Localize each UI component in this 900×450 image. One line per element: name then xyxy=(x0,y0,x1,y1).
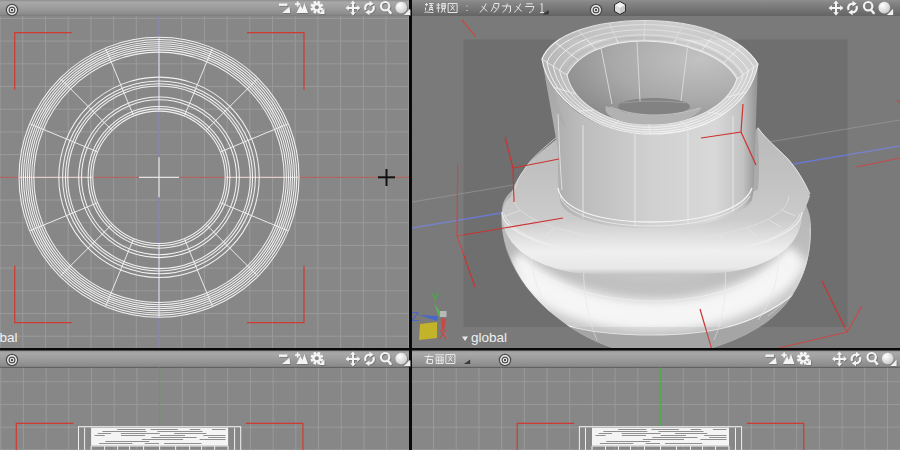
svg-text:Y: Y xyxy=(431,290,440,305)
svg-text:global: global xyxy=(0,330,18,345)
svg-text:Z: Z xyxy=(411,309,419,324)
svg-text:global: global xyxy=(471,330,507,345)
svg-text:X: X xyxy=(439,327,448,342)
